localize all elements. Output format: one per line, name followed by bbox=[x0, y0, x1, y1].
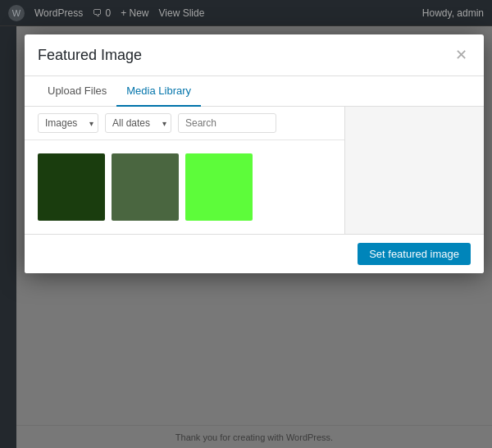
details-panel bbox=[344, 107, 484, 234]
modal-header: Featured Image ✕ bbox=[25, 34, 484, 76]
filter-bar: Images All dates bbox=[25, 107, 344, 140]
admin-sidebar bbox=[0, 26, 16, 448]
type-filter-wrapper: Images bbox=[38, 113, 98, 133]
featured-image-modal: Featured Image ✕ Upload Files Media Libr… bbox=[25, 34, 484, 273]
modal-body: Images All dates bbox=[25, 107, 484, 234]
comments-count[interactable]: 🗨 0 bbox=[93, 7, 111, 19]
modal-footer: Set featured image bbox=[25, 234, 484, 273]
view-slide-link[interactable]: View Slide bbox=[159, 7, 205, 19]
modal-overlay: Featured Image ✕ Upload Files Media Libr… bbox=[16, 26, 492, 448]
date-filter-wrapper: All dates bbox=[105, 113, 171, 133]
set-featured-image-button[interactable]: Set featured image bbox=[358, 243, 471, 265]
wp-logo[interactable]: W bbox=[8, 5, 25, 21]
date-filter-select[interactable]: All dates bbox=[105, 113, 171, 133]
media-item[interactable] bbox=[185, 153, 253, 221]
site-name[interactable]: WordPress bbox=[34, 7, 83, 19]
search-input[interactable] bbox=[178, 113, 276, 133]
media-item[interactable] bbox=[38, 153, 105, 221]
media-item[interactable] bbox=[112, 153, 179, 221]
admin-bar: W WordPress 🗨 0 + New View Slide Howdy, … bbox=[0, 0, 492, 26]
modal-close-button[interactable]: ✕ bbox=[452, 46, 471, 64]
type-filter-select[interactable]: Images bbox=[38, 113, 98, 133]
howdy-label: Howdy, admin bbox=[422, 7, 484, 19]
tab-upload-files[interactable]: Upload Files bbox=[38, 76, 116, 107]
tab-media-library[interactable]: Media Library bbox=[116, 76, 201, 107]
modal-tabs: Upload Files Media Library bbox=[25, 76, 484, 107]
new-link[interactable]: + New bbox=[121, 7, 148, 19]
media-grid bbox=[25, 140, 344, 234]
modal-title: Featured Image bbox=[38, 47, 142, 64]
admin-background: Featured Image ✕ Upload Files Media Libr… bbox=[0, 26, 492, 448]
main-content: Featured Image ✕ Upload Files Media Libr… bbox=[16, 26, 492, 448]
media-panel: Images All dates bbox=[25, 107, 344, 234]
